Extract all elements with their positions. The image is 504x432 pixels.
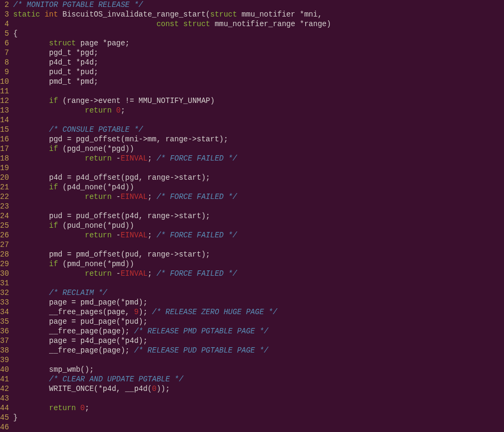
code-line[interactable]: p4d_t *p4d; bbox=[13, 58, 331, 67]
code-line[interactable]: { bbox=[13, 29, 331, 38]
code-line[interactable]: pud_t *pud; bbox=[13, 67, 331, 77]
code-line[interactable]: /* CONSULE PGTABLE */ bbox=[13, 125, 331, 134]
code-line[interactable]: /* CLEAR AND UPDATE PGTABLE */ bbox=[13, 374, 331, 384]
token: page = pmd_page(*pmd); bbox=[13, 298, 148, 307]
token: (range->event != MMU_NOTIFY_UNMAP) bbox=[58, 97, 215, 105]
code-line[interactable]: return -EINVAL; /* FORCE FAILED */ bbox=[13, 192, 331, 202]
code-line[interactable]: } bbox=[13, 413, 331, 422]
token: - bbox=[112, 269, 121, 278]
code-line[interactable]: return 0; bbox=[13, 403, 331, 413]
token bbox=[13, 231, 85, 239]
code-line[interactable]: pmd = pmd_offset(pud, range->start); bbox=[13, 250, 331, 259]
code-line[interactable]: return -EINVAL; /* FORCE FAILED */ bbox=[13, 269, 331, 278]
code-line[interactable] bbox=[13, 240, 331, 250]
token: ); bbox=[139, 308, 152, 316]
code-line[interactable]: pgd_t *pgd; bbox=[13, 48, 331, 58]
line-number: 8 bbox=[0, 58, 9, 67]
code-line[interactable]: page = pud_page(*pud); bbox=[13, 317, 331, 326]
code-line[interactable] bbox=[13, 86, 331, 96]
code-line[interactable] bbox=[13, 202, 331, 211]
token: p4d = p4d_offset(pgd, range->start); bbox=[13, 173, 210, 182]
token: /* FORCE FAILED */ bbox=[157, 269, 237, 278]
code-line[interactable] bbox=[13, 422, 331, 432]
token bbox=[13, 183, 49, 191]
line-number: 34 bbox=[0, 307, 9, 317]
code-line[interactable]: return 0; bbox=[13, 106, 331, 115]
token: EINVAL bbox=[120, 269, 147, 278]
token: struct bbox=[49, 39, 76, 47]
code-line[interactable]: page = pmd_page(*pmd); bbox=[13, 298, 331, 307]
code-line[interactable]: p4d = p4d_offset(pgd, range->start); bbox=[13, 173, 331, 182]
token: smp_wmb(); bbox=[13, 365, 94, 374]
token: ; bbox=[148, 193, 157, 201]
token: struct bbox=[183, 20, 210, 28]
code-line[interactable]: return -EINVAL; /* FORCE FAILED */ bbox=[13, 154, 331, 163]
token: ; bbox=[148, 154, 157, 163]
token: 0 bbox=[80, 404, 85, 412]
code-line[interactable]: pmd_t *pmd; bbox=[13, 77, 331, 86]
code-line[interactable] bbox=[13, 115, 331, 125]
code-line[interactable] bbox=[13, 355, 331, 365]
code-line[interactable]: struct page *page; bbox=[13, 38, 331, 48]
code-line[interactable]: if (p4d_none(*p4d)) bbox=[13, 182, 331, 192]
line-number: 40 bbox=[0, 365, 9, 374]
token: if bbox=[49, 145, 58, 153]
token bbox=[13, 289, 49, 297]
token: /* RELEASE ZERO HUGE PAGE */ bbox=[152, 308, 277, 316]
token: EINVAL bbox=[120, 154, 147, 163]
token: pgd_t *pgd; bbox=[13, 49, 99, 57]
line-number: 2 bbox=[0, 0, 9, 10]
token: if bbox=[49, 97, 58, 105]
token: ; bbox=[120, 106, 125, 115]
line-number: 37 bbox=[0, 336, 9, 346]
code-line[interactable]: __free_pages(page, 9); /* RELEASE ZERO H… bbox=[13, 307, 331, 317]
token bbox=[13, 260, 49, 268]
token: if bbox=[49, 183, 58, 191]
code-line[interactable]: /* RECLAIM */ bbox=[13, 288, 331, 298]
line-number: 38 bbox=[0, 346, 9, 355]
token: if bbox=[49, 260, 58, 268]
code-line[interactable]: pud = pud_offset(p4d, range->start); bbox=[13, 211, 331, 221]
token: mmu_notifier *mni, bbox=[237, 10, 322, 19]
code-line[interactable]: /* MONITOR PGTABLE RELEASE */ bbox=[13, 0, 331, 10]
token: __free_pages(page, bbox=[13, 308, 134, 316]
token: } bbox=[13, 413, 18, 422]
code-line[interactable] bbox=[13, 163, 331, 173]
line-number: 43 bbox=[0, 394, 9, 403]
token: )); bbox=[157, 385, 170, 393]
token: int bbox=[45, 10, 58, 19]
code-line[interactable]: const struct mmu_notifier_range *range) bbox=[13, 19, 331, 29]
code-line[interactable]: __free_page(page); /* RELEASE PUD PGTABL… bbox=[13, 346, 331, 355]
line-number: 5 bbox=[0, 29, 9, 38]
line-number: 7 bbox=[0, 48, 9, 58]
code-line[interactable]: page = p4d_page(*p4d); bbox=[13, 336, 331, 346]
code-line[interactable]: if (pud_none(*pud)) bbox=[13, 221, 331, 230]
code-line[interactable]: pgd = pgd_offset(mni->mm, range->start); bbox=[13, 134, 331, 144]
line-number: 20 bbox=[0, 173, 9, 182]
code-line[interactable]: if (pgd_none(*pgd)) bbox=[13, 144, 331, 154]
line-number: 30 bbox=[0, 269, 9, 278]
line-number: 22 bbox=[0, 192, 9, 202]
code-line[interactable]: WRITE_ONCE(*p4d, __p4d(0)); bbox=[13, 384, 331, 394]
token: static bbox=[13, 10, 40, 19]
token: ; bbox=[148, 269, 157, 278]
token: page = pud_page(*pud); bbox=[13, 317, 148, 326]
code-line[interactable]: if (range->event != MMU_NOTIFY_UNMAP) bbox=[13, 96, 331, 106]
token bbox=[13, 20, 157, 28]
line-number: 17 bbox=[0, 144, 9, 154]
code-line[interactable]: return -EINVAL; /* FORCE FAILED */ bbox=[13, 230, 331, 240]
code-line[interactable]: smp_wmb(); bbox=[13, 365, 331, 374]
token bbox=[13, 97, 49, 105]
token bbox=[76, 404, 80, 412]
code-line[interactable]: __free_page(page); /* RELEASE PMD PGTABL… bbox=[13, 326, 331, 336]
token: return bbox=[85, 154, 111, 163]
code-line[interactable]: static int BiscuitOS_invalidate_range_st… bbox=[13, 10, 331, 19]
code-line[interactable] bbox=[13, 394, 331, 403]
code-line[interactable]: if (pmd_none(*pmd)) bbox=[13, 259, 331, 269]
token: __free_page(page); bbox=[13, 327, 134, 335]
token: pmd_t *pmd; bbox=[13, 77, 99, 86]
line-number: 25 bbox=[0, 221, 9, 230]
code-line[interactable] bbox=[13, 278, 331, 288]
code-area[interactable]: /* MONITOR PGTABLE RELEASE */static int … bbox=[12, 0, 331, 432]
line-number: 27 bbox=[0, 240, 9, 250]
